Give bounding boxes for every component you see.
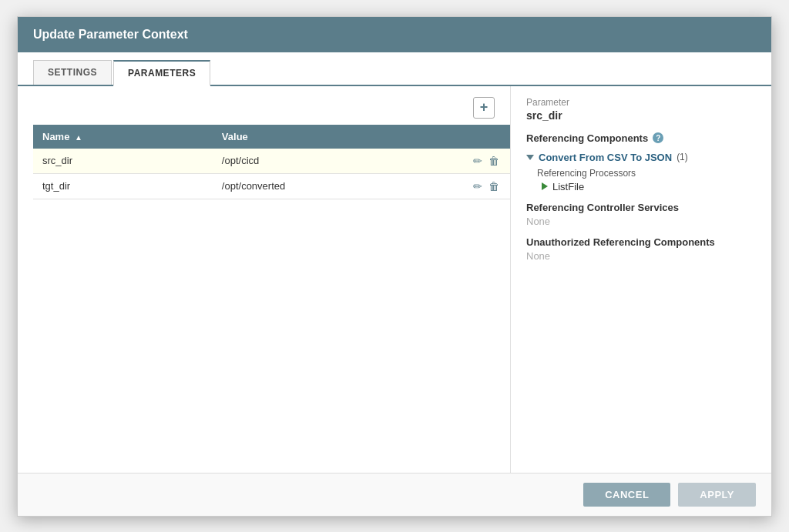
ref-unauthorized-none: None (526, 250, 756, 262)
dialog-title: Update Parameter Context (33, 28, 188, 41)
sort-arrow-icon: ▲ (75, 133, 82, 142)
ref-controller-none: None (526, 216, 756, 227)
delete-icon[interactable]: 🗑 (489, 155, 499, 167)
ref-group-name: Convert From CSV To JSON (539, 152, 672, 163)
dialog-header: Update Parameter Context (18, 17, 771, 52)
tab-parameters[interactable]: PARAMETERS (113, 60, 210, 86)
add-parameter-button[interactable]: + (473, 97, 495, 119)
dialog-footer: CANCEL APPLY (18, 473, 771, 516)
dialog-body: SETTINGS PARAMETERS + Name (18, 52, 771, 473)
table-header-row: Name ▲ Value (33, 125, 510, 149)
column-actions (464, 125, 510, 149)
table-row[interactable]: src_dir /opt/cicd ✏ 🗑 (33, 149, 510, 174)
ref-group-count: (1) (677, 152, 688, 162)
ref-processors-label: Referencing Processors (537, 168, 756, 179)
ref-controller-section: Referencing Controller Services None (526, 202, 756, 227)
ref-group-header: Convert From CSV To JSON (1) (526, 152, 756, 163)
row-name: src_dir (33, 149, 213, 174)
edit-icon[interactable]: ✏ (473, 155, 482, 167)
help-icon[interactable]: ? (653, 132, 663, 143)
row-name: tgt_dir (33, 173, 213, 199)
parameters-table: Name ▲ Value src_dir /opt/cicd (33, 125, 510, 199)
ref-controller-title: Referencing Controller Services (526, 202, 756, 213)
tabs-container: SETTINGS PARAMETERS (18, 52, 771, 86)
add-button-row: + (33, 97, 510, 119)
right-panel: Parameter src_dir Referencing Components… (511, 86, 771, 473)
running-icon (542, 182, 548, 190)
table-row[interactable]: tgt_dir /opt/converted ✏ 🗑 (33, 173, 510, 199)
param-name-value: src_dir (526, 109, 756, 122)
ref-components-title: Referencing Components ? (526, 132, 756, 144)
collapse-icon[interactable] (526, 155, 534, 160)
row-actions: ✏ 🗑 (464, 149, 510, 174)
edit-icon[interactable]: ✏ (473, 180, 482, 192)
ref-unauthorized-section: Unauthorized Referencing Components None (526, 236, 756, 262)
cancel-button[interactable]: CANCEL (583, 483, 670, 507)
row-value: /opt/cicd (213, 149, 464, 174)
row-actions: ✏ 🗑 (464, 173, 510, 199)
ref-group: Convert From CSV To JSON (1) Referencing… (526, 152, 756, 262)
ref-unauthorized-title: Unauthorized Referencing Components (526, 236, 756, 248)
apply-button[interactable]: APPLY (678, 483, 756, 507)
delete-icon[interactable]: 🗑 (489, 180, 499, 192)
left-panel: + Name ▲ Value (18, 86, 511, 473)
row-value: /opt/converted (213, 173, 464, 199)
tab-settings[interactable]: SETTINGS (33, 60, 112, 85)
param-label: Parameter (526, 97, 756, 108)
content-area: + Name ▲ Value (18, 86, 771, 473)
ref-processor-name: ListFile (552, 181, 584, 192)
column-name: Name ▲ (33, 125, 213, 149)
update-parameter-context-dialog: Update Parameter Context SETTINGS PARAME… (17, 16, 772, 517)
column-value: Value (213, 125, 464, 149)
ref-processor-item: ListFile (542, 181, 756, 192)
